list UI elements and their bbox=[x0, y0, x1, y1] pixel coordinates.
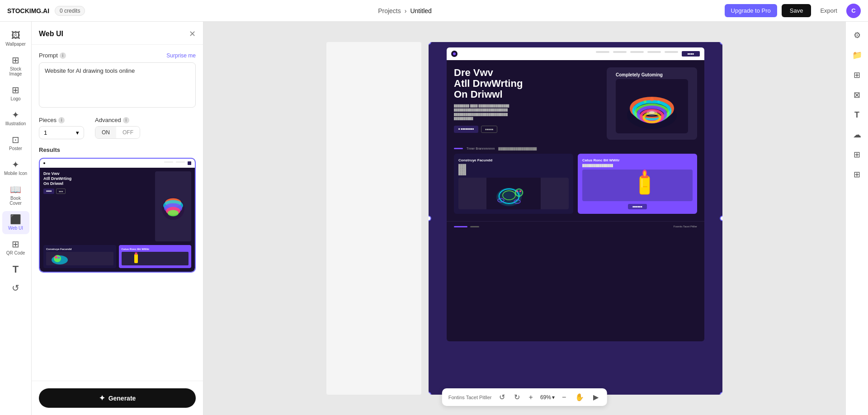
text-button[interactable]: T bbox=[849, 107, 865, 123]
mini-body: Dre VwvAtll DrwWrtingOn Driwwl ■■■■ ■■■ bbox=[40, 168, 195, 245]
mini-sec-btn: ■■■ bbox=[56, 189, 66, 194]
header-left: STOCKIMG.AI 0 credits bbox=[7, 6, 85, 16]
folder-icon: 📁 bbox=[852, 50, 862, 60]
pieces-select[interactable]: 1 ▾ bbox=[39, 126, 84, 139]
canvas-preview[interactable]: ■■■■ Dre VwvAtll DrwWrtingOn Driwwl ████… bbox=[429, 42, 722, 395]
mockup-secondary-btn: ■■■■■ bbox=[481, 126, 497, 133]
save-button[interactable]: Save bbox=[782, 4, 811, 17]
components-button[interactable]: ⊞ bbox=[849, 166, 865, 183]
handle-bottom-right[interactable] bbox=[720, 392, 722, 395]
canvas-area: ■■■■ Dre VwvAtll DrwWrtingOn Driwwl ████… bbox=[203, 22, 845, 415]
pieces-label: Pieces i bbox=[39, 117, 84, 123]
history-icon: ↺ bbox=[12, 283, 19, 292]
header-right: Upgrade to Pro Save Export C bbox=[725, 4, 861, 18]
generate-button[interactable]: ✦ Generate bbox=[39, 388, 196, 408]
web-ui-icon: ⬛ bbox=[10, 215, 21, 224]
generate-star-icon: ✦ bbox=[99, 394, 105, 402]
sidebar-item-label: Book Cover bbox=[4, 196, 28, 206]
folder-button[interactable]: 📁 bbox=[849, 47, 865, 63]
sidebar-item-history[interactable]: ↺ bbox=[2, 280, 29, 296]
nav-bar bbox=[176, 161, 185, 163]
svg-point-12 bbox=[135, 252, 137, 254]
sidebar-item-logo[interactable]: ⊞ Logo bbox=[2, 82, 29, 105]
preview-placeholder bbox=[326, 42, 421, 395]
sidebar-item-mobile-icon[interactable]: ✦ Mobile Icon bbox=[2, 156, 29, 179]
mockup-logo-dot bbox=[451, 51, 458, 57]
progress-track bbox=[470, 226, 479, 227]
text-format-icon: T bbox=[854, 110, 859, 120]
credits-badge[interactable]: 0 credits bbox=[55, 6, 85, 16]
advanced-off-button[interactable]: OFF bbox=[116, 127, 140, 138]
settings-button[interactable]: ⚙ bbox=[849, 27, 865, 43]
card-title: Construye Facundd bbox=[458, 158, 569, 162]
sidebar-item-label: Poster bbox=[9, 146, 22, 151]
options-row: Pieces i 1 ▾ Advanced i ON OFF bbox=[39, 117, 196, 139]
layers-button[interactable]: ⊞ bbox=[849, 146, 865, 163]
result-thumbnail[interactable]: Dre VwvAtll DrwWrtingOn Driwwl ■■■■ ■■■ bbox=[39, 158, 196, 273]
breadcrumb-projects[interactable]: Projects bbox=[378, 7, 401, 14]
mockup-hero: Dre VwvAtll DrwWrtingOn Driwwl ████████ … bbox=[447, 60, 704, 147]
nav-link bbox=[665, 51, 678, 53]
prompt-label: Prompt i bbox=[39, 52, 66, 59]
mini-preview-image: Dre VwvAtll DrwWrtingOn Driwwl ■■■■ ■■■ bbox=[40, 159, 195, 272]
panel: Web UI ✕ Prompt i Surprise me Website fo… bbox=[32, 22, 203, 415]
shape-icon: ⊠ bbox=[854, 90, 860, 100]
panel-body: Prompt i Surprise me Website for AI draw… bbox=[32, 45, 203, 381]
mini-card-title: Construye Facundd bbox=[46, 248, 113, 250]
grid-button[interactable]: ⊞ bbox=[849, 67, 865, 83]
logo: STOCKIMG.AI bbox=[7, 7, 49, 14]
svg-point-42 bbox=[643, 171, 646, 176]
undo-button[interactable]: ↺ bbox=[497, 392, 507, 402]
mockup-card-purple: Catus Ronc Bit WWitr ████████████████ bbox=[578, 154, 697, 214]
section-header: Tnner Brannnnnnnn ████████████████████ bbox=[447, 147, 704, 154]
handle-top-left[interactable] bbox=[429, 42, 431, 45]
sidebar-item-illustration[interactable]: ✦ Illustration bbox=[2, 107, 29, 130]
cloud-button[interactable]: ☁ bbox=[849, 127, 865, 143]
mini-3d-object bbox=[155, 171, 191, 241]
redo-button[interactable]: ↻ bbox=[512, 392, 522, 402]
handle-top-right[interactable] bbox=[720, 42, 722, 45]
sidebar-item-wallpaper[interactable]: 🖼 Wallpaper bbox=[2, 27, 29, 50]
play-button[interactable]: ▶ bbox=[591, 392, 600, 402]
handle-mid-right[interactable] bbox=[720, 216, 722, 221]
mini-right bbox=[155, 171, 191, 241]
sidebar-item-web-ui[interactable]: ⬛ Web UI bbox=[2, 211, 29, 234]
svg-rect-37 bbox=[610, 170, 665, 201]
panel-close-button[interactable]: ✕ bbox=[189, 29, 196, 39]
zoom-in-button[interactable]: + bbox=[527, 392, 535, 402]
mockup-3d-object: Completely Gutoming bbox=[612, 69, 692, 139]
zoom-level-display: 69% ▾ bbox=[540, 394, 555, 401]
text-icon: T bbox=[13, 264, 19, 274]
advanced-on-button[interactable]: ON bbox=[95, 127, 116, 138]
mockup-nav: ■■■■ bbox=[447, 47, 704, 60]
svg-point-8 bbox=[55, 256, 57, 259]
mockup-primary-btn: ■ ■■■■■■■■ bbox=[454, 126, 478, 133]
handle-bottom-left[interactable] bbox=[429, 392, 431, 395]
sidebar-item-poster[interactable]: ⊡ Poster bbox=[2, 132, 29, 155]
avatar[interactable]: C bbox=[846, 4, 861, 18]
shape-button[interactable]: ⊠ bbox=[849, 87, 865, 103]
mockup-nav-cta: ■■■■ bbox=[682, 51, 700, 57]
handle-mid-left[interactable] bbox=[429, 216, 431, 221]
surprise-me-button[interactable]: Surprise me bbox=[166, 52, 196, 59]
sidebar-item-text[interactable]: T bbox=[2, 261, 29, 278]
svg-point-24 bbox=[657, 100, 660, 103]
export-button[interactable]: Export bbox=[816, 4, 842, 17]
svg-point-5 bbox=[168, 210, 179, 217]
upgrade-button[interactable]: Upgrade to Pro bbox=[725, 4, 777, 17]
sidebar-item-stock-image[interactable]: ⊞ Stock Image bbox=[2, 52, 29, 80]
pan-tool-button[interactable]: ✋ bbox=[573, 392, 586, 402]
prompt-textarea[interactable]: Website for AI drawing tools online bbox=[39, 62, 196, 108]
mini-card-1: Construye Facundd bbox=[43, 245, 116, 268]
advanced-toggle: ON OFF bbox=[95, 126, 140, 139]
book-cover-icon: 📖 bbox=[10, 185, 21, 194]
panel-title: Web UI bbox=[39, 30, 63, 38]
zoom-out-button[interactable]: − bbox=[560, 392, 568, 402]
sidebar-item-book-cover[interactable]: 📖 Book Cover bbox=[2, 181, 29, 209]
sidebar-item-qr-code[interactable]: ⊞ QR Code bbox=[2, 236, 29, 259]
svg-point-9 bbox=[58, 257, 60, 259]
mini-card-title-2: Catus Ronc Bit WWitr bbox=[122, 248, 189, 250]
card-image-2 bbox=[582, 170, 693, 201]
mockup-hero-text: Dre VwvAtll DrwWrtingOn Driwwl ████████ … bbox=[454, 67, 601, 140]
sidebar-item-label: QR Code bbox=[6, 250, 25, 255]
